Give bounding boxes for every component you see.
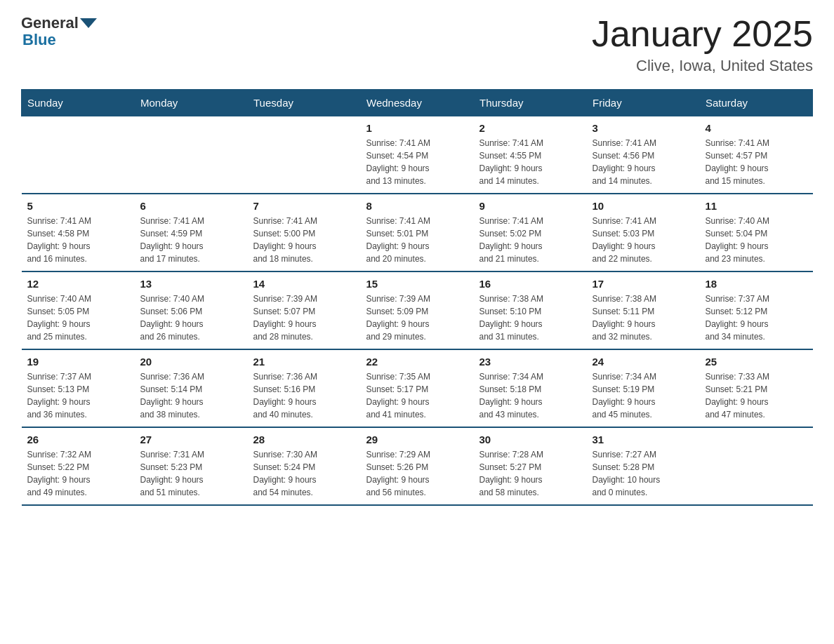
day-info: Sunrise: 7:31 AMSunset: 5:23 PMDaylight:… xyxy=(140,448,242,499)
day-info: Sunrise: 7:27 AMSunset: 5:28 PMDaylight:… xyxy=(593,448,694,499)
day-number: 21 xyxy=(253,356,355,368)
calendar-cell: 20Sunrise: 7:36 AMSunset: 5:14 PMDayligh… xyxy=(135,349,248,427)
day-number: 1 xyxy=(366,122,468,134)
calendar-cell: 9Sunrise: 7:41 AMSunset: 5:02 PMDaylight… xyxy=(474,194,587,271)
day-info: Sunrise: 7:40 AMSunset: 5:06 PMDaylight:… xyxy=(140,293,242,343)
day-info: Sunrise: 7:41 AMSunset: 4:55 PMDaylight:… xyxy=(479,137,581,187)
logo: General Blue xyxy=(21,14,98,49)
calendar-cell xyxy=(22,116,135,194)
day-number: 4 xyxy=(706,122,807,134)
calendar-cell: 14Sunrise: 7:39 AMSunset: 5:07 PMDayligh… xyxy=(248,271,361,349)
day-number: 19 xyxy=(27,356,129,368)
header-monday: Monday xyxy=(135,90,248,116)
day-number: 8 xyxy=(366,200,468,212)
day-info: Sunrise: 7:28 AMSunset: 5:27 PMDaylight:… xyxy=(479,448,581,499)
calendar-cell: 19Sunrise: 7:37 AMSunset: 5:13 PMDayligh… xyxy=(22,349,135,427)
day-info: Sunrise: 7:41 AMSunset: 4:56 PMDaylight:… xyxy=(593,137,694,187)
day-info: Sunrise: 7:41 AMSunset: 5:00 PMDaylight:… xyxy=(253,215,355,265)
calendar-subtitle: Clive, Iowa, United States xyxy=(592,57,813,75)
day-number: 14 xyxy=(253,278,355,290)
calendar-header-row: SundayMondayTuesdayWednesdayThursdayFrid… xyxy=(22,90,813,116)
day-number: 7 xyxy=(253,200,355,212)
header-saturday: Saturday xyxy=(700,90,813,116)
day-number: 30 xyxy=(479,434,581,445)
logo-general-text: General xyxy=(21,14,79,32)
day-number: 17 xyxy=(593,278,694,290)
day-number: 31 xyxy=(593,434,694,445)
day-number: 3 xyxy=(593,122,694,134)
day-info: Sunrise: 7:38 AMSunset: 5:11 PMDaylight:… xyxy=(593,293,694,343)
day-number: 28 xyxy=(253,434,355,445)
calendar-cell: 15Sunrise: 7:39 AMSunset: 5:09 PMDayligh… xyxy=(361,271,474,349)
day-info: Sunrise: 7:36 AMSunset: 5:16 PMDaylight:… xyxy=(253,370,355,421)
week-row-3: 12Sunrise: 7:40 AMSunset: 5:05 PMDayligh… xyxy=(22,271,813,349)
header-tuesday: Tuesday xyxy=(248,90,361,116)
day-number: 12 xyxy=(27,278,129,290)
calendar-cell: 2Sunrise: 7:41 AMSunset: 4:55 PMDaylight… xyxy=(474,116,587,194)
day-info: Sunrise: 7:34 AMSunset: 5:18 PMDaylight:… xyxy=(479,370,581,421)
day-number: 27 xyxy=(140,434,242,445)
calendar-title: January 2025 xyxy=(592,14,813,54)
day-number: 11 xyxy=(706,200,807,212)
day-info: Sunrise: 7:33 AMSunset: 5:21 PMDaylight:… xyxy=(706,370,807,421)
day-number: 24 xyxy=(593,356,694,368)
calendar-cell: 6Sunrise: 7:41 AMSunset: 4:59 PMDaylight… xyxy=(135,194,248,271)
calendar-cell: 11Sunrise: 7:40 AMSunset: 5:04 PMDayligh… xyxy=(700,194,813,271)
day-number: 6 xyxy=(140,200,242,212)
day-info: Sunrise: 7:41 AMSunset: 4:58 PMDaylight:… xyxy=(27,215,129,265)
day-info: Sunrise: 7:39 AMSunset: 5:09 PMDaylight:… xyxy=(366,293,468,343)
day-info: Sunrise: 7:41 AMSunset: 4:59 PMDaylight:… xyxy=(140,215,242,265)
calendar-cell xyxy=(135,116,248,194)
calendar-cell: 12Sunrise: 7:40 AMSunset: 5:05 PMDayligh… xyxy=(22,271,135,349)
day-number: 15 xyxy=(366,278,468,290)
calendar-cell xyxy=(700,427,813,505)
calendar-cell: 13Sunrise: 7:40 AMSunset: 5:06 PMDayligh… xyxy=(135,271,248,349)
header-sunday: Sunday xyxy=(22,90,135,116)
calendar-cell: 25Sunrise: 7:33 AMSunset: 5:21 PMDayligh… xyxy=(700,349,813,427)
day-number: 23 xyxy=(479,356,581,368)
calendar-cell: 30Sunrise: 7:28 AMSunset: 5:27 PMDayligh… xyxy=(474,427,587,505)
day-number: 9 xyxy=(479,200,581,212)
calendar-cell: 22Sunrise: 7:35 AMSunset: 5:17 PMDayligh… xyxy=(361,349,474,427)
day-info: Sunrise: 7:41 AMSunset: 4:57 PMDaylight:… xyxy=(706,137,807,187)
week-row-5: 26Sunrise: 7:32 AMSunset: 5:22 PMDayligh… xyxy=(22,427,813,505)
day-info: Sunrise: 7:34 AMSunset: 5:19 PMDaylight:… xyxy=(593,370,694,421)
calendar-cell: 7Sunrise: 7:41 AMSunset: 5:00 PMDaylight… xyxy=(248,194,361,271)
day-number: 10 xyxy=(593,200,694,212)
day-info: Sunrise: 7:37 AMSunset: 5:12 PMDaylight:… xyxy=(706,293,807,343)
day-number: 22 xyxy=(366,356,468,368)
calendar-cell: 17Sunrise: 7:38 AMSunset: 5:11 PMDayligh… xyxy=(587,271,700,349)
day-number: 16 xyxy=(479,278,581,290)
calendar-cell: 26Sunrise: 7:32 AMSunset: 5:22 PMDayligh… xyxy=(22,427,135,505)
day-number: 18 xyxy=(706,278,807,290)
header-thursday: Thursday xyxy=(474,90,587,116)
calendar-cell: 31Sunrise: 7:27 AMSunset: 5:28 PMDayligh… xyxy=(587,427,700,505)
day-info: Sunrise: 7:41 AMSunset: 5:01 PMDaylight:… xyxy=(366,215,468,265)
calendar-cell: 5Sunrise: 7:41 AMSunset: 4:58 PMDaylight… xyxy=(22,194,135,271)
day-info: Sunrise: 7:29 AMSunset: 5:26 PMDaylight:… xyxy=(366,448,468,499)
day-info: Sunrise: 7:41 AMSunset: 4:54 PMDaylight:… xyxy=(366,137,468,187)
day-info: Sunrise: 7:41 AMSunset: 5:03 PMDaylight:… xyxy=(593,215,694,265)
calendar-cell: 28Sunrise: 7:30 AMSunset: 5:24 PMDayligh… xyxy=(248,427,361,505)
day-info: Sunrise: 7:37 AMSunset: 5:13 PMDaylight:… xyxy=(27,370,129,421)
calendar-cell: 16Sunrise: 7:38 AMSunset: 5:10 PMDayligh… xyxy=(474,271,587,349)
logo-arrow-icon xyxy=(80,18,97,28)
week-row-4: 19Sunrise: 7:37 AMSunset: 5:13 PMDayligh… xyxy=(22,349,813,427)
header-friday: Friday xyxy=(587,90,700,116)
calendar-table: SundayMondayTuesdayWednesdayThursdayFrid… xyxy=(21,89,813,506)
calendar-cell: 3Sunrise: 7:41 AMSunset: 4:56 PMDaylight… xyxy=(587,116,700,194)
week-row-1: 1Sunrise: 7:41 AMSunset: 4:54 PMDaylight… xyxy=(22,116,813,194)
calendar-cell: 4Sunrise: 7:41 AMSunset: 4:57 PMDaylight… xyxy=(700,116,813,194)
day-number: 20 xyxy=(140,356,242,368)
calendar-cell: 8Sunrise: 7:41 AMSunset: 5:01 PMDaylight… xyxy=(361,194,474,271)
calendar-cell: 29Sunrise: 7:29 AMSunset: 5:26 PMDayligh… xyxy=(361,427,474,505)
calendar-cell: 18Sunrise: 7:37 AMSunset: 5:12 PMDayligh… xyxy=(700,271,813,349)
day-info: Sunrise: 7:32 AMSunset: 5:22 PMDaylight:… xyxy=(27,448,129,499)
calendar-cell: 23Sunrise: 7:34 AMSunset: 5:18 PMDayligh… xyxy=(474,349,587,427)
day-number: 29 xyxy=(366,434,468,445)
day-number: 26 xyxy=(27,434,129,445)
day-info: Sunrise: 7:30 AMSunset: 5:24 PMDaylight:… xyxy=(253,448,355,499)
day-info: Sunrise: 7:39 AMSunset: 5:07 PMDaylight:… xyxy=(253,293,355,343)
day-info: Sunrise: 7:35 AMSunset: 5:17 PMDaylight:… xyxy=(366,370,468,421)
day-info: Sunrise: 7:40 AMSunset: 5:05 PMDaylight:… xyxy=(27,293,129,343)
